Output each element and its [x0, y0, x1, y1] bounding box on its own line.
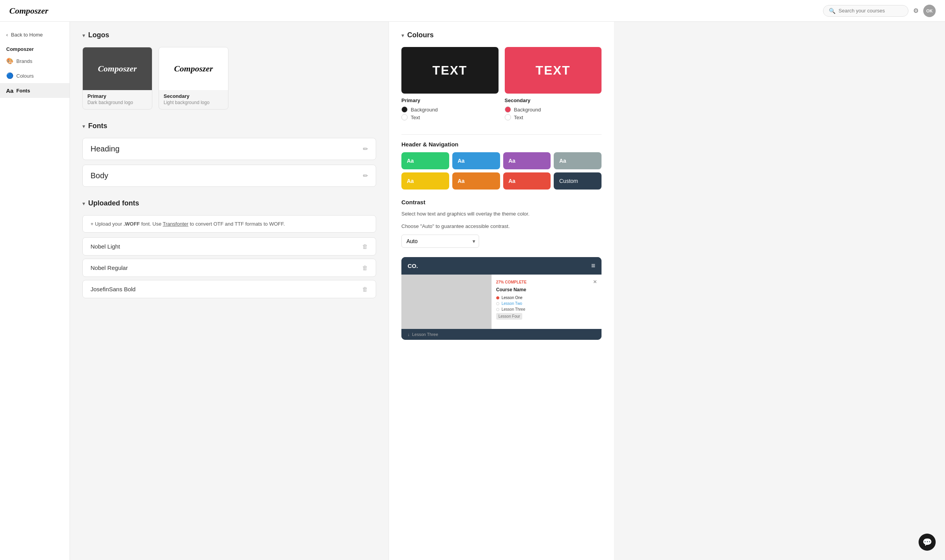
font-heading-edit-icon[interactable]: ✏: [363, 145, 368, 153]
sidebar-item-colours[interactable]: 🔵 Colours: [0, 68, 70, 83]
sidebar-item-fonts[interactable]: Aa Fonts: [0, 83, 70, 98]
preview-popup: 27% COMPLETE ✕ Course Name Lesson One Le…: [492, 275, 602, 329]
colour-option-red[interactable]: Aa: [503, 172, 551, 190]
secondary-text-label: Text: [514, 115, 523, 120]
font-nobel-regular-name: Nobel Regular: [91, 264, 128, 271]
uploaded-chevron-icon: ▾: [82, 200, 85, 207]
lesson-2-name: Lesson Two: [502, 301, 522, 306]
settings-button[interactable]: ⚙: [913, 7, 919, 14]
primary-preview-text: TEXT: [432, 63, 467, 78]
colour-option-purple[interactable]: Aa: [503, 152, 551, 169]
font-heading-name: Heading: [91, 144, 120, 153]
lesson-1-name: Lesson One: [502, 296, 523, 300]
preview-footer-lesson: Lesson Three: [412, 332, 438, 337]
colours-section: ▾ Colours TEXT Primary Background: [401, 31, 602, 122]
popup-progress-text: 27% COMPLETE: [496, 280, 527, 284]
primary-text-label: Text: [411, 115, 420, 120]
app-logo: Composzer: [9, 6, 48, 16]
sidebar: ‹ Back to Home Composzer 🎨 Brands 🔵 Colo…: [0, 22, 70, 560]
logo-card-secondary: Composzer Secondary Light background log…: [159, 47, 228, 110]
popup-lesson-3: Lesson Three: [496, 307, 597, 311]
contrast-desc2: Choose "Auto" to guarantee accessible co…: [401, 223, 602, 230]
uploaded-fonts-section: ▾ Uploaded fonts + Upload your .WOFF fon…: [82, 199, 376, 298]
upload-hint-text: + Upload your .WOFF font. Use Transfonte…: [91, 221, 285, 227]
lesson-1-dot: [496, 296, 499, 299]
header-nav-title: Header & Navigation: [401, 141, 602, 148]
logos-section-header: ▾ Logos: [82, 31, 376, 39]
colours-divider: [401, 134, 602, 135]
chat-button[interactable]: 💬: [919, 534, 936, 551]
preview-menu-icon: ≡: [591, 262, 595, 270]
logo-primary-label: Primary: [83, 90, 152, 100]
app-header: Composzer 🔍 ⚙ OK: [0, 0, 945, 22]
colour-option-green[interactable]: Aa: [401, 152, 449, 169]
popup-close-icon[interactable]: ✕: [593, 279, 597, 285]
popup-lesson-2: Lesson Two: [496, 301, 597, 306]
logo-primary-sublabel: Dark background logo: [83, 100, 152, 109]
transfonter-link[interactable]: Transfonter: [163, 221, 188, 227]
secondary-text-swatch-row: Text: [505, 114, 602, 120]
colour-option-orange[interactable]: Aa: [452, 172, 500, 190]
colour-option-yellow[interactable]: Aa: [401, 172, 449, 190]
logo-secondary-label: Secondary: [159, 90, 228, 100]
colour-cards: TEXT Primary Background Text: [401, 47, 602, 122]
primary-colour-preview: TEXT: [401, 47, 499, 94]
colour-card-primary: TEXT Primary Background Text: [401, 47, 499, 122]
contrast-select[interactable]: Auto Light Dark: [401, 235, 479, 248]
font-row-josefinsans-bold: JosefinSans Bold 🗑: [82, 280, 376, 298]
popup-course-name: Course Name: [496, 287, 597, 292]
uploaded-fonts-title: Uploaded fonts: [88, 199, 139, 207]
logo-card-primary: Composzer Primary Dark background logo: [82, 47, 152, 110]
font-nobel-regular-delete-icon[interactable]: 🗑: [362, 264, 368, 271]
colour-option-blue[interactable]: Aa: [452, 152, 500, 169]
uploaded-fonts-section-header: ▾ Uploaded fonts: [82, 199, 376, 207]
colours-chevron-icon: ▾: [401, 32, 404, 38]
preview-footer: ↓ Lesson Three: [401, 329, 602, 340]
secondary-colour-preview: TEXT: [505, 47, 602, 94]
contrast-title: Contrast: [401, 199, 602, 205]
logos-grid: Composzer Primary Dark background logo C…: [82, 47, 376, 110]
logos-chevron-icon: ▾: [82, 32, 85, 38]
primary-bg-label: Background: [411, 107, 438, 113]
popup-lesson-1: Lesson One: [496, 296, 597, 300]
search-box[interactable]: 🔍: [823, 5, 908, 17]
contrast-select-wrapper: Auto Light Dark: [401, 235, 479, 248]
popup-progress: 27% COMPLETE ✕: [496, 279, 597, 285]
secondary-bg-swatch: [505, 106, 511, 113]
primary-bg-swatch: [401, 106, 408, 113]
font-body-edit-icon[interactable]: ✏: [363, 172, 368, 179]
font-nobel-light-name: Nobel Light: [91, 243, 120, 250]
preview-body: 27% COMPLETE ✕ Course Name Lesson One Le…: [401, 275, 602, 329]
sidebar-section-label: Composzer: [0, 42, 70, 54]
preview-card: CO. ≡ 27% COMPLETE ✕ Course Name Lesson …: [401, 257, 602, 340]
preview-footer-arrow: ↓: [408, 332, 410, 337]
font-card-body: Body ✏: [82, 165, 376, 187]
logo-preview-dark: Composzer: [83, 47, 152, 90]
colour-option-custom[interactable]: Custom: [554, 172, 602, 190]
colours-section-header: ▾ Colours: [401, 31, 602, 39]
search-input[interactable]: [839, 8, 901, 14]
primary-bg-swatch-row: Background: [401, 106, 499, 113]
contrast-desc1: Select how text and graphics will overla…: [401, 210, 602, 218]
lesson-3-name: Lesson Three: [502, 307, 525, 311]
secondary-text-swatch: [505, 114, 511, 120]
contrast-section: Contrast Select how text and graphics wi…: [401, 199, 602, 248]
main-content: ▾ Logos Composzer Primary Dark backgroun…: [70, 22, 945, 560]
secondary-logo-text: Composzer: [174, 64, 213, 74]
right-panel: ▾ Colours TEXT Primary Background: [389, 22, 614, 560]
font-row-nobel-regular: Nobel Regular 🗑: [82, 259, 376, 277]
colour-option-gray[interactable]: Aa: [554, 152, 602, 169]
font-josefinsans-bold-delete-icon[interactable]: 🗑: [362, 286, 368, 292]
header-nav-section: Header & Navigation Aa Aa Aa Aa Aa Aa Aa…: [401, 141, 602, 190]
search-icon: 🔍: [829, 8, 835, 14]
sidebar-item-brands[interactable]: 🎨 Brands: [0, 54, 70, 68]
back-to-home-button[interactable]: ‹ Back to Home: [0, 28, 70, 42]
preview-card-header: CO. ≡: [401, 257, 602, 275]
app-layout: ‹ Back to Home Composzer 🎨 Brands 🔵 Colo…: [0, 0, 945, 560]
avatar: OK: [923, 5, 936, 17]
colour-card-secondary: TEXT Secondary Background Text: [505, 47, 602, 122]
font-row-nobel-light: Nobel Light 🗑: [82, 237, 376, 256]
primary-text-swatch-row: Text: [401, 114, 499, 120]
font-nobel-light-delete-icon[interactable]: 🗑: [362, 243, 368, 250]
logo-secondary-sublabel: Light background logo: [159, 100, 228, 109]
